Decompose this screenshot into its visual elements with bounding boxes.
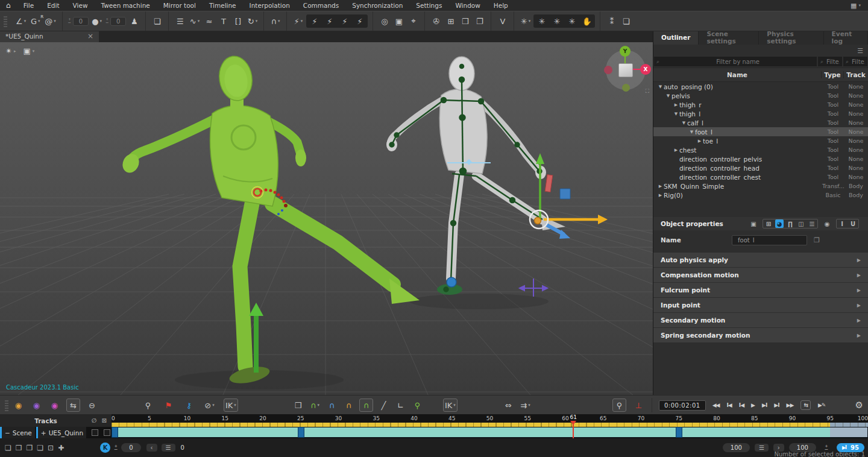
expander-icon[interactable]: ▶ bbox=[673, 148, 679, 153]
outliner-row-foot_l[interactable]: ▼foot_lToolNone bbox=[653, 127, 868, 136]
track-label-ue5_quinn[interactable]: +UE5_Quinn bbox=[36, 427, 86, 438]
outliner-row-calf_l[interactable]: ▼calf_lToolNone bbox=[653, 118, 868, 127]
outliner-row-thigh_r[interactable]: ▶thigh_rToolNone bbox=[653, 100, 868, 109]
gizmo-cube[interactable] bbox=[618, 63, 633, 77]
track-filter-input[interactable] bbox=[851, 58, 866, 66]
props-list-icon[interactable]: ☰ bbox=[808, 219, 816, 228]
key-mode-button[interactable]: K bbox=[100, 443, 110, 453]
dropdown-caret-icon[interactable]: ▾ bbox=[301, 19, 303, 24]
arc-blue-icon[interactable]: ∩ bbox=[326, 399, 338, 411]
cycle-tool-icon[interactable]: ⇆ bbox=[66, 399, 80, 412]
hamburger-menu-icon[interactable]: ☰ bbox=[857, 47, 863, 55]
axes-tool-icon[interactable]: ∠▾ bbox=[14, 15, 27, 27]
jump-prev-key-button[interactable]: Ι◀ bbox=[727, 402, 732, 408]
name-filter[interactable]: ⌕ bbox=[654, 57, 817, 66]
track-label-scene[interactable]: −Scene bbox=[0, 427, 35, 438]
home-icon[interactable]: ⌂ bbox=[6, 1, 11, 10]
pin-tool-icon[interactable]: ⚲ bbox=[142, 399, 154, 411]
footsteps-tool-icon[interactable]: ⁑ bbox=[605, 15, 618, 27]
line-interp-icon[interactable]: ╱ bbox=[377, 399, 390, 411]
current-frame-value[interactable]: 0 bbox=[121, 443, 140, 452]
gizmo-y-axis[interactable]: Y bbox=[620, 46, 631, 57]
target-tool-icon[interactable]: ◎ bbox=[378, 15, 391, 27]
menu-item-edit[interactable]: Edit bbox=[40, 0, 66, 11]
type-filter-input[interactable] bbox=[825, 58, 841, 66]
dropdown-caret-icon[interactable]: ▾ bbox=[212, 403, 215, 408]
props-eye-icon[interactable]: ◉ bbox=[823, 219, 831, 228]
track-remove-icon[interactable]: ❐ bbox=[27, 444, 33, 452]
track-add-key-icon[interactable]: ✚ bbox=[58, 444, 64, 452]
joint-a-tool-icon[interactable]: ✳ bbox=[550, 15, 563, 27]
track-toggle[interactable]: − bbox=[5, 429, 10, 437]
play-button[interactable]: ▶ bbox=[751, 402, 755, 408]
name-filter-input[interactable] bbox=[661, 58, 814, 66]
menu-item-mirror-tool[interactable]: Mirror tool bbox=[157, 0, 203, 11]
track-save-icon[interactable]: ⊡ bbox=[48, 444, 54, 452]
expander-icon[interactable]: ▶ bbox=[657, 193, 664, 198]
gizmo-x-axis[interactable]: X bbox=[640, 64, 651, 75]
gizmo-expand-icon[interactable]: ⛶ bbox=[646, 88, 649, 95]
length-value[interactable]: 100 bbox=[723, 443, 750, 452]
blue-marker[interactable] bbox=[560, 189, 570, 199]
close-icon[interactable]: × bbox=[87, 32, 93, 40]
tab-event-log[interactable]: Event log bbox=[824, 30, 868, 45]
dropdown-caret-icon[interactable]: ▾ bbox=[529, 19, 531, 24]
fast-rewind-button[interactable]: ◀◀ bbox=[712, 402, 720, 408]
dropdown-caret-icon[interactable]: ▾ bbox=[24, 19, 27, 24]
props-interp-u-icon[interactable]: U bbox=[849, 219, 857, 228]
copy-icon[interactable]: ❐ bbox=[814, 236, 820, 244]
text-tool-icon[interactable]: T bbox=[217, 15, 230, 27]
step-forward-button[interactable]: ▶Ι bbox=[762, 402, 767, 408]
viewport-canvas[interactable]: ✴▸ ▣▾ Y X ⛶ Cascadeur 2023.1 Basic bbox=[0, 42, 653, 395]
section-fulcrum-point[interactable]: Fulcrum point▶ bbox=[653, 283, 868, 297]
viewport-camera-button[interactable]: ▣▾ bbox=[23, 46, 34, 55]
step-interp-icon[interactable]: ∟ bbox=[394, 399, 407, 411]
lock-icon[interactable]: ⊠ bbox=[102, 417, 107, 424]
type-filter[interactable]: ⌕ bbox=[818, 57, 842, 66]
wave-tool-icon[interactable]: ∿▾ bbox=[188, 15, 201, 27]
track-checkbox-2[interactable] bbox=[104, 429, 110, 436]
stepper-icons[interactable]: ＋− bbox=[68, 17, 72, 25]
arc-tween-tool-icon[interactable]: ∩▾ bbox=[269, 15, 281, 27]
gizmo-neg-x-axis[interactable] bbox=[604, 66, 612, 74]
offset-value[interactable]: 0 bbox=[181, 444, 184, 451]
copy-remove-tool-icon[interactable]: ❐ bbox=[473, 15, 486, 27]
menu-item-file[interactable]: File bbox=[17, 0, 41, 11]
outliner-row-direction_controller_head[interactable]: direction_controller_headToolNone bbox=[653, 163, 868, 172]
rotate-tool-icon[interactable]: ↻▾ bbox=[246, 15, 259, 27]
tab-physics-settings[interactable]: Physics settings bbox=[759, 30, 823, 45]
jump-next-key-button[interactable]: ▶Ι bbox=[774, 402, 779, 408]
ik2-toggle-icon[interactable]: IK▾ bbox=[443, 399, 458, 412]
props-physics-icon[interactable]: ∏ bbox=[786, 219, 794, 228]
end-stepper[interactable]: ＋− bbox=[824, 444, 829, 452]
expander-icon[interactable]: ▼ bbox=[657, 84, 664, 89]
menu-item-help[interactable]: Help bbox=[487, 0, 515, 11]
track-new-folder-icon[interactable]: ❏ bbox=[5, 444, 11, 452]
menu-item-tween-machine[interactable]: Tween machine bbox=[94, 0, 156, 11]
outliner-row-auto_posing0[interactable]: ▼auto_posing (0)ToolNone bbox=[653, 82, 868, 91]
arc-green2-icon[interactable]: ∩ bbox=[359, 399, 373, 412]
props-grid-icon[interactable]: ⊞ bbox=[764, 219, 773, 228]
g-selection-tool-icon[interactable]: GR▾ bbox=[29, 15, 42, 27]
pin-red-icon[interactable]: ⊥ bbox=[632, 399, 645, 411]
section-spring-secondary-motion[interactable]: Spring secondary motion▶ bbox=[653, 328, 868, 342]
keyframe-25[interactable] bbox=[298, 427, 304, 438]
tab-scene-settings[interactable]: Scene settings bbox=[699, 30, 759, 45]
pin-green-icon[interactable]: ⚲ bbox=[411, 399, 424, 411]
remove-cycle-tool-icon[interactable]: ⊖ bbox=[86, 399, 98, 411]
timeline-ruler[interactable]: 0510152025303540455055606570758085909510… bbox=[112, 414, 868, 427]
scene-tab[interactable]: *UE5_Quinn × bbox=[0, 30, 99, 42]
menu-item-synchronization[interactable]: Synchronization bbox=[345, 0, 409, 11]
play-edit-button[interactable]: ▶✎ bbox=[818, 402, 825, 408]
window-layout-button[interactable]: ▦▾ bbox=[851, 2, 864, 10]
frame-stepper[interactable]: ＋− bbox=[113, 444, 118, 452]
animation-track[interactable] bbox=[112, 427, 868, 438]
column-name[interactable]: Name bbox=[653, 71, 821, 78]
eye-off-icon[interactable]: ∅ bbox=[92, 417, 97, 424]
expander-icon[interactable]: ▶ bbox=[657, 184, 664, 189]
list-button[interactable]: ☰ bbox=[162, 444, 175, 452]
character-tool-icon[interactable]: ♟ bbox=[128, 15, 140, 27]
run-exit-tool-icon[interactable]: ⚡ bbox=[353, 15, 366, 27]
props-interp-i-icon[interactable]: Ι bbox=[838, 219, 846, 228]
expander-icon[interactable]: ▼ bbox=[673, 112, 679, 116]
